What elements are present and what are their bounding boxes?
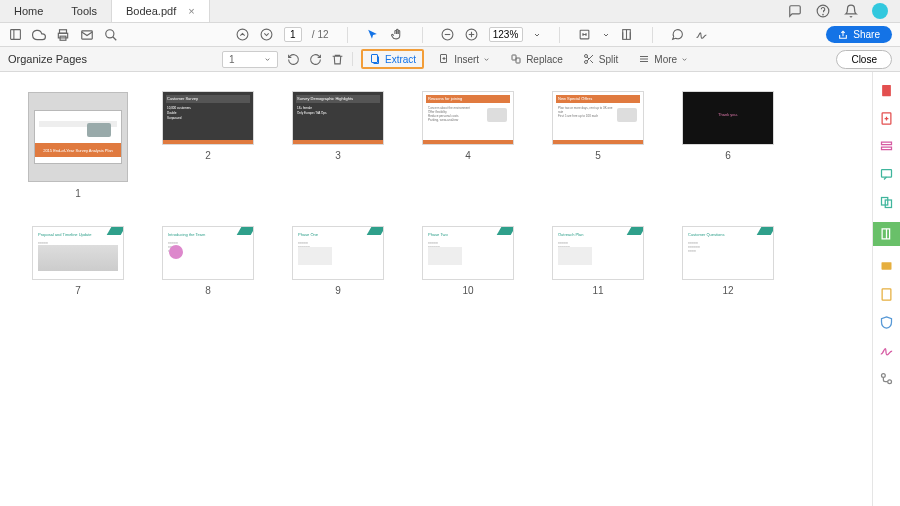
page-current-input[interactable] (284, 27, 302, 42)
read-mode-icon[interactable] (620, 28, 634, 42)
page-down-icon[interactable] (260, 28, 274, 42)
page-select-dropdown[interactable]: 1 (222, 51, 278, 68)
search-icon[interactable] (104, 28, 118, 42)
trash-icon[interactable] (330, 52, 344, 66)
svg-line-9 (113, 36, 117, 40)
sign-icon[interactable] (695, 28, 709, 42)
page-number-label: 4 (465, 150, 471, 161)
svg-point-25 (584, 61, 587, 64)
page-thumbnail[interactable]: Phase Two━━━━━━━━━━━━━━━10 (418, 227, 518, 296)
tab-tools[interactable]: Tools (57, 0, 111, 22)
protect-icon[interactable] (879, 314, 895, 330)
zoom-in-icon[interactable] (465, 28, 479, 42)
svg-point-40 (888, 379, 892, 383)
sidebar-toggle-icon[interactable] (8, 28, 22, 42)
tab-file-label: Bodea.pdf (126, 5, 176, 17)
extract-button[interactable]: Extract (361, 49, 424, 69)
page-up-icon[interactable] (236, 28, 250, 42)
annotate-icon[interactable] (671, 28, 685, 42)
create-pdf-icon[interactable] (879, 110, 895, 126)
svg-rect-29 (882, 84, 891, 95)
svg-point-1 (823, 14, 824, 15)
page-thumbnail[interactable]: Phase One━━━━━━━━━━━━━━━9 (288, 227, 388, 296)
svg-point-24 (584, 55, 587, 58)
svg-rect-31 (882, 142, 892, 145)
combine-icon[interactable] (879, 194, 895, 210)
extract-label: Extract (385, 54, 416, 65)
right-tool-rail (872, 72, 900, 506)
share-button[interactable]: Share (826, 26, 892, 43)
more-button[interactable]: More (632, 50, 694, 68)
svg-rect-32 (882, 147, 892, 150)
top-tab-bar: Home Tools Bodea.pdf × (0, 0, 900, 23)
chevron-down-icon[interactable] (533, 28, 541, 42)
page-total-label: / 12 (312, 29, 329, 40)
replace-label: Replace (526, 54, 563, 65)
svg-point-10 (237, 29, 248, 40)
chat-icon[interactable] (788, 4, 802, 18)
replace-button[interactable]: Replace (504, 50, 569, 68)
share-button-label: Share (853, 29, 880, 40)
organize-icon[interactable] (873, 222, 901, 246)
avatar-icon[interactable] (872, 3, 888, 19)
svg-point-39 (882, 373, 886, 377)
page-thumbnail[interactable]: Outreach Plan━━━━━━━━━━━━━━━11 (548, 227, 648, 296)
chevron-down-icon[interactable] (602, 28, 610, 42)
zoom-out-icon[interactable] (441, 28, 455, 42)
more-tools-icon[interactable] (879, 370, 895, 386)
svg-rect-38 (882, 288, 891, 299)
split-label: Split (599, 54, 618, 65)
page-number-label: 7 (75, 285, 81, 296)
pages-panel[interactable]: 2015 End-of-Year Survey Analysis Plan1Cu… (0, 72, 872, 506)
page-number-label: 3 (335, 150, 341, 161)
fill-sign-icon[interactable] (879, 258, 895, 274)
rotate-cw-icon[interactable] (308, 52, 322, 66)
svg-point-11 (261, 29, 272, 40)
page-thumbnail[interactable]: New Special OffersPlan two or more days,… (548, 92, 648, 199)
page-thumbnail[interactable]: Customer Survey10,000 customersDoubleSur… (158, 92, 258, 199)
page-number-label: 1 (75, 188, 81, 199)
fit-width-icon[interactable] (578, 28, 592, 42)
page-select-value: 1 (229, 54, 235, 65)
redact-icon[interactable] (879, 342, 895, 358)
organize-toolbar: Organize Pages 1 Extract Insert Replace … (0, 47, 900, 72)
insert-button[interactable]: Insert (432, 50, 496, 68)
page-thumbnail[interactable]: Survey Demographic Highlights18+ femaleO… (288, 92, 388, 199)
page-thumbnail[interactable]: Proposal and Timeline Update━━━━━━━━━━━━… (28, 227, 128, 296)
help-icon[interactable] (816, 4, 830, 18)
tab-home[interactable]: Home (0, 0, 57, 22)
page-thumbnail[interactable]: 2015 End-of-Year Survey Analysis Plan1 (28, 92, 128, 199)
page-number-label: 12 (722, 285, 733, 296)
zoom-input[interactable] (489, 27, 523, 42)
tab-close-icon[interactable]: × (188, 5, 194, 17)
close-organize-button[interactable]: Close (836, 50, 892, 69)
hand-icon[interactable] (390, 28, 404, 42)
svg-point-8 (106, 29, 114, 37)
workspace: 2015 End-of-Year Survey Analysis Plan1Cu… (0, 72, 900, 506)
page-thumbnail[interactable]: Reasons for joiningConcern about the env… (418, 92, 518, 199)
print-icon[interactable] (56, 28, 70, 42)
selection-arrow-icon[interactable] (366, 28, 380, 42)
tab-file-active[interactable]: Bodea.pdf × (111, 0, 210, 22)
page-thumbnail[interactable]: Introducing the Team━━━━━━━━━━━━━━━8 (158, 227, 258, 296)
page-thumbnail[interactable]: Thank you.6 (678, 92, 778, 199)
comment-icon[interactable] (879, 166, 895, 182)
insert-label: Insert (454, 54, 479, 65)
page-thumbnail[interactable]: Customer Questions━━━━━━━━━━━━━━━12 (678, 227, 778, 296)
svg-rect-37 (882, 262, 892, 270)
export-pdf-icon[interactable] (879, 82, 895, 98)
rotate-ccw-icon[interactable] (286, 52, 300, 66)
cloud-icon[interactable] (32, 28, 46, 42)
svg-rect-20 (372, 55, 378, 63)
svg-rect-2 (10, 30, 20, 40)
page-number-label: 11 (592, 285, 603, 296)
send-sign-icon[interactable] (879, 286, 895, 302)
edit-pdf-icon[interactable] (879, 138, 895, 154)
page-number-label: 5 (595, 150, 601, 161)
mail-icon[interactable] (80, 28, 94, 42)
bell-icon[interactable] (844, 4, 858, 18)
more-label: More (654, 54, 677, 65)
svg-rect-22 (512, 55, 516, 60)
page-number-label: 6 (725, 150, 731, 161)
split-button[interactable]: Split (577, 50, 624, 68)
